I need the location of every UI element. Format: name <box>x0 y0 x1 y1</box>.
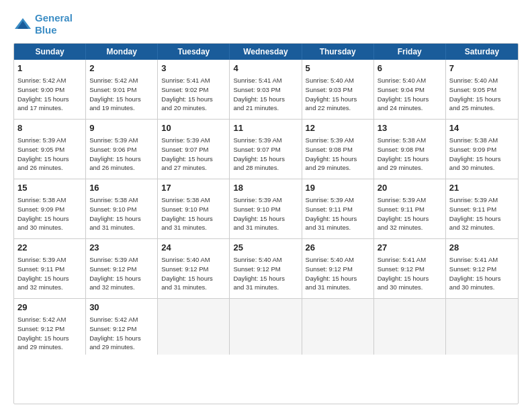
calendar-cell <box>446 299 518 355</box>
cell-info: Sunrise: 5:39 AMSunset: 9:07 PMDaylight:… <box>161 136 226 173</box>
day-number: 7 <box>449 62 515 75</box>
calendar-cell: 16Sunrise: 5:38 AMSunset: 9:10 PMDayligh… <box>86 179 158 238</box>
cell-info: Sunrise: 5:40 AMSunset: 9:05 PMDaylight:… <box>449 76 515 113</box>
calendar-cell: 12Sunrise: 5:39 AMSunset: 9:08 PMDayligh… <box>302 120 374 179</box>
day-number: 14 <box>449 122 515 134</box>
day-number: 29 <box>17 302 82 314</box>
day-number: 3 <box>161 62 226 75</box>
calendar-cell: 30Sunrise: 5:42 AMSunset: 9:12 PMDayligh… <box>86 299 158 355</box>
cell-info: Sunrise: 5:41 AMSunset: 9:12 PMDaylight:… <box>378 255 442 292</box>
cell-info: Sunrise: 5:40 AMSunset: 9:12 PMDaylight:… <box>161 255 226 292</box>
cell-info: Sunrise: 5:39 AMSunset: 9:11 PMDaylight:… <box>306 195 370 232</box>
cell-info: Sunrise: 5:40 AMSunset: 9:03 PMDaylight:… <box>306 76 370 113</box>
calendar-cell: 24Sunrise: 5:40 AMSunset: 9:12 PMDayligh… <box>158 239 230 298</box>
calendar-cell: 13Sunrise: 5:38 AMSunset: 9:08 PMDayligh… <box>374 120 446 179</box>
calendar-cell: 14Sunrise: 5:38 AMSunset: 9:09 PMDayligh… <box>446 120 518 179</box>
cell-info: Sunrise: 5:38 AMSunset: 9:08 PMDaylight:… <box>378 136 442 173</box>
page: General Blue SundayMondayTuesdayWednesda… <box>0 0 532 411</box>
weekday-header: Friday <box>374 44 446 60</box>
calendar-cell: 28Sunrise: 5:41 AMSunset: 9:12 PMDayligh… <box>446 239 518 298</box>
day-number: 5 <box>306 62 370 75</box>
calendar-cell: 17Sunrise: 5:38 AMSunset: 9:10 PMDayligh… <box>158 179 230 238</box>
cell-info: Sunrise: 5:42 AMSunset: 9:12 PMDaylight:… <box>89 315 154 352</box>
day-number: 20 <box>378 182 442 194</box>
header: General Blue <box>13 12 519 36</box>
day-number: 13 <box>378 122 442 134</box>
calendar-cell: 3Sunrise: 5:41 AMSunset: 9:02 PMDaylight… <box>158 60 230 119</box>
calendar-cell <box>374 299 446 355</box>
logo: General Blue <box>13 12 73 36</box>
calendar-cell <box>158 299 230 355</box>
cell-info: Sunrise: 5:39 AMSunset: 9:08 PMDaylight:… <box>306 136 370 173</box>
day-number: 6 <box>378 62 442 75</box>
weekday-header: Wednesday <box>230 44 302 60</box>
cell-info: Sunrise: 5:39 AMSunset: 9:11 PMDaylight:… <box>17 255 82 292</box>
day-number: 1 <box>17 62 82 75</box>
day-number: 9 <box>89 122 154 134</box>
calendar-header: SundayMondayTuesdayWednesdayThursdayFrid… <box>14 44 518 60</box>
day-number: 4 <box>233 62 298 75</box>
cell-info: Sunrise: 5:38 AMSunset: 9:10 PMDaylight:… <box>89 195 154 232</box>
calendar-week-row: 1Sunrise: 5:42 AMSunset: 9:00 PMDaylight… <box>14 60 518 120</box>
day-number: 2 <box>89 62 154 75</box>
day-number: 24 <box>161 242 226 254</box>
day-number: 26 <box>306 242 370 254</box>
cell-info: Sunrise: 5:42 AMSunset: 9:12 PMDaylight:… <box>17 315 82 352</box>
calendar-week-row: 8Sunrise: 5:39 AMSunset: 9:05 PMDaylight… <box>14 120 518 179</box>
calendar-cell: 15Sunrise: 5:38 AMSunset: 9:09 PMDayligh… <box>14 179 86 238</box>
calendar-cell: 27Sunrise: 5:41 AMSunset: 9:12 PMDayligh… <box>374 239 446 298</box>
cell-info: Sunrise: 5:39 AMSunset: 9:12 PMDaylight:… <box>89 255 154 292</box>
calendar-cell: 7Sunrise: 5:40 AMSunset: 9:05 PMDaylight… <box>446 60 518 119</box>
day-number: 18 <box>233 182 298 194</box>
day-number: 8 <box>17 122 82 134</box>
day-number: 16 <box>89 182 154 194</box>
calendar-cell: 22Sunrise: 5:39 AMSunset: 9:11 PMDayligh… <box>14 239 86 298</box>
cell-info: Sunrise: 5:40 AMSunset: 9:12 PMDaylight:… <box>233 255 298 292</box>
cell-info: Sunrise: 5:40 AMSunset: 9:12 PMDaylight:… <box>306 255 370 292</box>
calendar-cell: 23Sunrise: 5:39 AMSunset: 9:12 PMDayligh… <box>86 239 158 298</box>
calendar-cell <box>230 299 302 355</box>
cell-info: Sunrise: 5:38 AMSunset: 9:09 PMDaylight:… <box>17 195 82 232</box>
calendar-cell: 21Sunrise: 5:39 AMSunset: 9:11 PMDayligh… <box>446 179 518 238</box>
calendar-cell: 5Sunrise: 5:40 AMSunset: 9:03 PMDaylight… <box>302 60 374 119</box>
logo-text: General Blue <box>35 12 73 36</box>
cell-info: Sunrise: 5:42 AMSunset: 9:01 PMDaylight:… <box>89 76 154 113</box>
weekday-header: Thursday <box>302 44 374 60</box>
day-number: 28 <box>449 242 515 254</box>
calendar-cell: 1Sunrise: 5:42 AMSunset: 9:00 PMDaylight… <box>14 60 86 119</box>
calendar-cell: 25Sunrise: 5:40 AMSunset: 9:12 PMDayligh… <box>230 239 302 298</box>
cell-info: Sunrise: 5:41 AMSunset: 9:03 PMDaylight:… <box>233 76 298 113</box>
calendar-cell: 6Sunrise: 5:40 AMSunset: 9:04 PMDaylight… <box>374 60 446 119</box>
calendar-cell: 2Sunrise: 5:42 AMSunset: 9:01 PMDaylight… <box>86 60 158 119</box>
weekday-header: Tuesday <box>158 44 230 60</box>
calendar-cell: 9Sunrise: 5:39 AMSunset: 9:06 PMDaylight… <box>86 120 158 179</box>
logo-icon <box>13 17 32 32</box>
weekday-header: Sunday <box>14 44 86 60</box>
calendar-week-row: 29Sunrise: 5:42 AMSunset: 9:12 PMDayligh… <box>14 299 518 355</box>
cell-info: Sunrise: 5:38 AMSunset: 9:10 PMDaylight:… <box>161 195 226 232</box>
calendar-cell: 20Sunrise: 5:39 AMSunset: 9:11 PMDayligh… <box>374 179 446 238</box>
cell-info: Sunrise: 5:39 AMSunset: 9:11 PMDaylight:… <box>378 195 442 232</box>
cell-info: Sunrise: 5:42 AMSunset: 9:00 PMDaylight:… <box>17 76 82 113</box>
calendar-cell <box>302 299 374 355</box>
calendar-cell: 4Sunrise: 5:41 AMSunset: 9:03 PMDaylight… <box>230 60 302 119</box>
day-number: 11 <box>233 122 298 134</box>
cell-info: Sunrise: 5:39 AMSunset: 9:11 PMDaylight:… <box>449 195 515 232</box>
calendar-cell: 26Sunrise: 5:40 AMSunset: 9:12 PMDayligh… <box>302 239 374 298</box>
day-number: 19 <box>306 182 370 194</box>
calendar-cell: 10Sunrise: 5:39 AMSunset: 9:07 PMDayligh… <box>158 120 230 179</box>
cell-info: Sunrise: 5:41 AMSunset: 9:02 PMDaylight:… <box>161 76 226 113</box>
day-number: 10 <box>161 122 226 134</box>
day-number: 15 <box>17 182 82 194</box>
cell-info: Sunrise: 5:41 AMSunset: 9:12 PMDaylight:… <box>449 255 515 292</box>
day-number: 17 <box>161 182 226 194</box>
day-number: 25 <box>233 242 298 254</box>
cell-info: Sunrise: 5:39 AMSunset: 9:07 PMDaylight:… <box>233 136 298 173</box>
day-number: 30 <box>89 302 154 314</box>
cell-info: Sunrise: 5:39 AMSunset: 9:10 PMDaylight:… <box>233 195 298 232</box>
calendar-cell: 18Sunrise: 5:39 AMSunset: 9:10 PMDayligh… <box>230 179 302 238</box>
weekday-header: Monday <box>86 44 158 60</box>
calendar-week-row: 15Sunrise: 5:38 AMSunset: 9:09 PMDayligh… <box>14 179 518 239</box>
weekday-header: Saturday <box>446 44 518 60</box>
calendar-cell: 11Sunrise: 5:39 AMSunset: 9:07 PMDayligh… <box>230 120 302 179</box>
